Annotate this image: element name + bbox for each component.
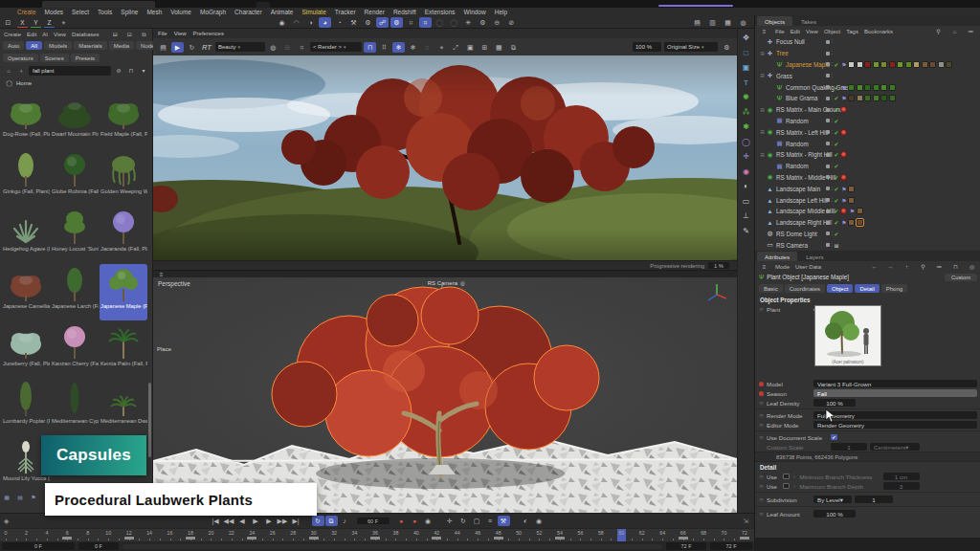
up-icon[interactable]: ↑ [902,261,912,272]
editor-render-dots[interactable]: ⁚ [832,108,834,111]
at-menu-icon[interactable]: ≡ [759,261,769,272]
scale-record-icon[interactable]: ▢ [471,516,483,526]
flag-tag-icon[interactable]: ⚑ [841,219,846,226]
object-row-tree[interactable]: ⊟✚Tree⁚ [755,48,980,59]
at-sectab-detail[interactable]: Detail [855,284,879,293]
rv-menu-preferences[interactable]: Preferences [193,31,224,36]
editor-render-dots[interactable]: ⁚ [832,187,834,190]
clear-search-icon[interactable]: ⊘ [114,66,123,77]
material-tag[interactable] [922,61,928,68]
om-menu-tags[interactable]: Tags [846,29,858,34]
ab-menu-ai[interactable]: AI [42,32,48,37]
min-branch-field[interactable]: 1 cm [883,473,920,481]
editor-render-dots[interactable]: ⁚ [832,209,834,212]
timeline-ruler[interactable]: 0246810121416182022242628303234363840424… [0,528,754,541]
interactive-render-icon[interactable]: ◍ [737,17,749,28]
material-tag[interactable] [880,61,887,68]
material-tag[interactable] [857,95,863,101]
key-diamond-icon[interactable]: ◇ [759,435,764,440]
editor-render-dots[interactable]: ⁚ [832,176,834,179]
play-icon[interactable]: ▶ [250,516,262,526]
ab-tab-materials[interactable]: Materials [74,41,106,50]
asset-juneberry-fall-plant[interactable]: Juneberry (Fall, Plant) [2,321,50,378]
material-tag[interactable] [889,84,896,91]
visibility-toggle[interactable] [826,231,830,235]
render-settings-icon[interactable]: ▦ [722,17,734,28]
enabled-check-icon[interactable]: ✔ [835,219,839,226]
expand-icon[interactable]: ⊟ [759,152,766,158]
material-tag[interactable] [873,84,880,91]
axis-x-button[interactable]: X [17,18,28,28]
subdivision-mode-dropdown[interactable]: By Level▾ [813,496,852,504]
ik-icon[interactable]: ⚙ [362,17,374,28]
asset-dwarf-mountain-pine[interactable]: Dwarf Mountain Pine (... [51,92,99,148]
character-icon[interactable]: ⚒ [347,17,360,28]
visibility-toggle[interactable] [826,142,830,145]
pen-icon[interactable]: ✎ [740,226,753,237]
visibility-toggle[interactable] [826,40,830,44]
key-diamond-icon[interactable]: ◇ [759,413,764,418]
menu-tools[interactable]: Tools [98,9,112,15]
zoom-field[interactable]: 100 % [633,42,661,52]
custom-button[interactable]: Custom [945,274,977,281]
aov-icon[interactable]: ◍ [267,42,279,53]
visibility-toggle[interactable] [826,175,830,179]
redshift-tag-icon[interactable] [840,151,847,158]
at-menu-mode[interactable]: Mode [775,264,790,270]
parameter-record-icon[interactable]: ≡ [484,516,497,526]
menu-mograph[interactable]: MoGraph [200,9,226,15]
viewport-view-label[interactable]: Perspective [158,280,190,287]
cluster-icon[interactable]: ⁂ [740,107,753,119]
material-tag[interactable] [938,61,945,68]
goto-end-icon[interactable]: ▶| [290,516,302,526]
connector-icon[interactable]: ☍ [376,17,389,28]
asset-honey-locust-sunbur[interactable]: Honey Locust 'Sunbur... [51,207,99,263]
material-tag[interactable] [873,61,880,68]
material-tag[interactable] [864,84,871,91]
menu-help[interactable]: Help [495,9,507,15]
collapse-icon[interactable]: ◯ [6,77,12,88]
model-dropdown[interactable]: Variant 3 Full-Grown [813,380,977,388]
focus-icon[interactable]: ⌖ [435,42,448,53]
rv-menu-view[interactable]: View [174,31,187,36]
inactive-icon-a[interactable]: ◯ [434,17,446,28]
forces-icon[interactable]: ✳ [462,17,475,28]
om-tab-objects[interactable]: Objects [757,16,792,26]
key-diamond-icon[interactable]: ◇ [759,484,764,489]
render-source-dropdown[interactable]: < Render >▾ [310,42,362,52]
at-tab-layers[interactable]: Layers [798,252,832,261]
axis-gizmo[interactable] [704,281,729,306]
at-sectab-coordinates[interactable]: Coordinates [785,284,825,293]
powerslider-groove[interactable] [122,544,662,549]
render-view-icon[interactable]: ▤ [691,17,703,28]
visibility-toggle[interactable] [826,52,830,55]
pla-icon[interactable]: ◐ [520,516,532,526]
autokey-icon[interactable]: ⚒ [498,516,510,526]
key-diamond-icon[interactable]: ◇ [759,512,764,517]
spline-null-icon[interactable]: ✛ [740,151,753,163]
enabled-check-icon[interactable]: ✔ [835,141,839,147]
rv-menu-file[interactable]: File [158,31,167,36]
visibility-toggle[interactable] [826,85,830,89]
visibility-toggle[interactable] [826,97,830,100]
subdivision-field[interactable]: 1 [855,496,893,504]
object-row-common-quaking-grass[interactable]: ΨCommon Quaking Grass⁚✔⚑ [755,81,980,93]
timeline-options-icon[interactable]: ⇲ [743,518,748,525]
pv-icon[interactable]: ▦ [493,42,505,53]
keyframe-marker-24[interactable] [247,537,256,540]
goto-start-icon[interactable]: |◀ [210,516,222,526]
editor-render-dots[interactable]: ⁚ [832,221,834,224]
material-tag[interactable] [889,95,896,101]
grid-icon[interactable]: ⊞ [281,42,294,53]
material-tag[interactable] [864,61,871,68]
cube-icon[interactable]: ▣ [740,62,753,74]
back-icon[interactable]: ← [869,261,880,272]
ab-menu-edit[interactable]: Edit [27,32,36,37]
menu-simulate[interactable]: Simulate [301,9,325,15]
asset-lombardy-poplar-fall[interactable]: Lombardy Poplar (Fall... [2,379,50,435]
copy-icon[interactable]: ⧉ [507,42,520,53]
filter-icon[interactable]: ≔ [934,261,945,272]
rotation-record-icon[interactable]: ↻ [457,516,470,526]
texture-tag[interactable] [848,197,855,204]
material-tag[interactable] [848,84,855,91]
